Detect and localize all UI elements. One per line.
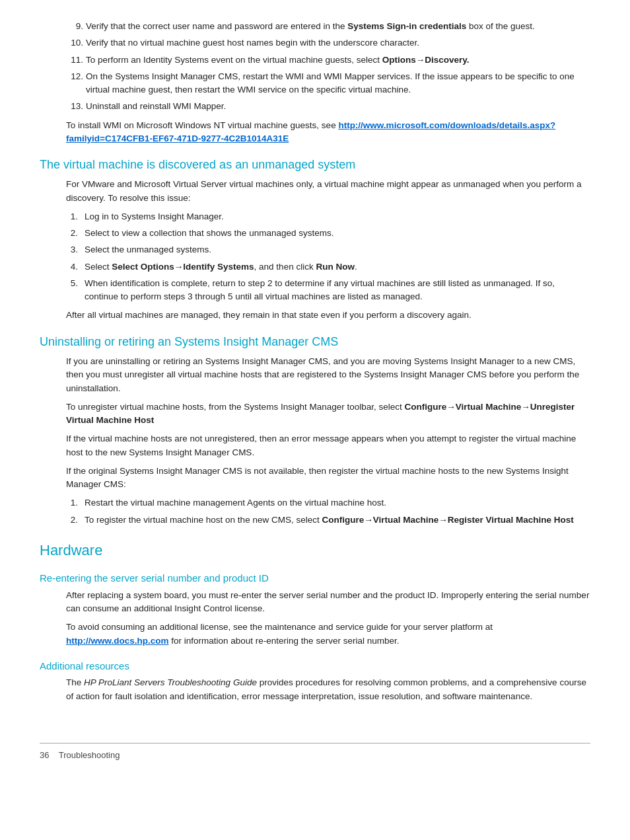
page-footer: 36 Troubleshooting	[40, 743, 590, 762]
section2-para3: If the virtual machine hosts are not unr…	[40, 432, 590, 459]
wmi-link-prefix: To install WMI on Microsoft Windows NT v…	[66, 120, 338, 130]
section2-para2: To unregister virtual machine hosts, fro…	[40, 401, 590, 428]
section1-steps: 1. Log in to Systems Insight Manager. 2.…	[40, 210, 590, 304]
section1-step-4: 4. Select Select Options→Identify System…	[66, 260, 590, 274]
list-item-10: 10. Verify that no virtual machine guest…	[40, 36, 590, 50]
section1-heading: The virtual machine is discovered as an …	[40, 157, 590, 172]
list-item-12: 12. On the Systems Insight Manager CMS, …	[40, 70, 590, 97]
section1-step-1: 1. Log in to Systems Insight Manager.	[66, 210, 590, 223]
section2-step-1: 1. Restart the virtual machine managemen…	[66, 496, 590, 510]
section2-heading: Uninstalling or retiring an Systems Insi…	[40, 334, 590, 350]
additional-resources-heading: Additional resources	[40, 660, 590, 673]
sub2-para: The HP ProLiant Servers Troubleshooting …	[40, 676, 590, 703]
list-item-13: 13. Uninstall and reinstall WMI Mapper.	[40, 100, 590, 113]
top-numbered-list: 9. Verify that the correct user name and…	[40, 20, 590, 114]
list-item-11: 11. To perform an Identity Systems event…	[40, 54, 590, 67]
section2-para1: If you are uninstalling or retiring an S…	[40, 355, 590, 395]
section1-step-5: 5. When identification is complete, retu…	[66, 277, 590, 304]
sub1-para2: To avoid consuming an additional license…	[40, 621, 590, 648]
sub1-heading: Re-entering the server serial number and…	[40, 572, 590, 585]
section1-step-3: 3. Select the unmanaged systems.	[66, 243, 590, 256]
bold-text: Systems Sign-in credentials	[347, 21, 466, 31]
page: 9. Verify that the correct user name and…	[0, 0, 630, 840]
section2-step-2: 2. To register the virtual machine host …	[66, 514, 590, 527]
page-number: 36	[40, 750, 49, 760]
italic-title: HP ProLiant Servers Troubleshooting Guid…	[84, 677, 257, 687]
section-label: Troubleshooting	[59, 750, 120, 760]
section1-intro: For VMware and Microsoft Virtual Server …	[40, 178, 590, 205]
hardware-heading: Hardware	[40, 541, 590, 560]
bold-text: Options→Discovery.	[382, 55, 470, 65]
section2-para4: If the original Systems Insight Manager …	[40, 465, 590, 492]
section2-steps: 1. Restart the virtual machine managemen…	[40, 496, 590, 527]
sub1-para1: After replacing a system board, you must…	[40, 589, 590, 616]
list-item-9: 9. Verify that the correct user name and…	[40, 20, 590, 33]
section1-footer: After all virtual machines are managed, …	[40, 309, 590, 322]
docs-hp-link[interactable]: http://www.docs.hp.com	[66, 636, 169, 646]
wmi-link-block: To install WMI on Microsoft Windows NT v…	[40, 119, 590, 146]
section1-step-2: 2. Select to view a collection that show…	[66, 227, 590, 240]
